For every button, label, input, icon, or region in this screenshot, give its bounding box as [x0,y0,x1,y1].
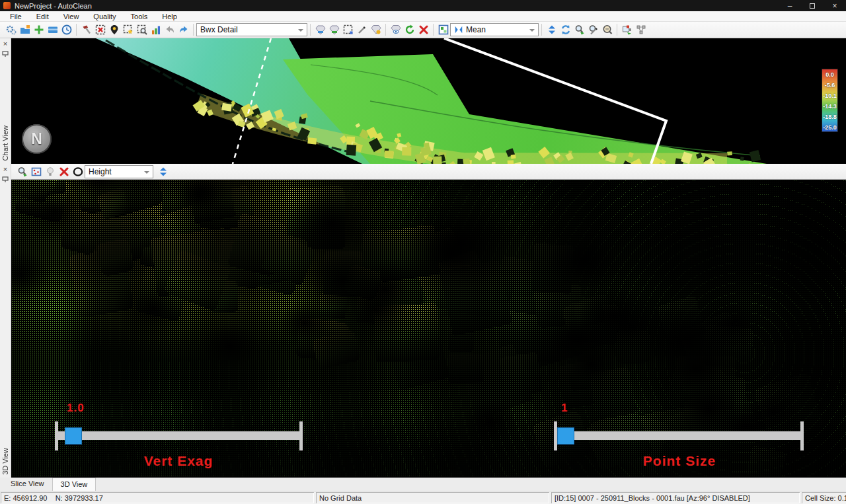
zoom-open-icon[interactable] [600,23,614,37]
lasso-icon[interactable] [71,164,85,178]
legend-label: 0.0 [822,69,837,80]
point-cloud-shadow [670,348,722,389]
point-cloud-shadow [463,400,519,444]
maximize-button[interactable] [801,0,824,11]
chevron-down-icon [144,171,149,174]
open-archive-icon[interactable] [46,23,59,37]
color-mode-combo[interactable]: Height [85,165,153,178]
delete-x-icon[interactable] [57,164,71,178]
point-cloud-shadow [677,384,741,435]
point-size-track[interactable] [557,431,802,440]
statistics-bars-icon[interactable] [149,23,163,37]
vert-exag-value: 1.0 [67,402,85,415]
folder-new-icon[interactable] [18,23,32,37]
point-cloud-shadow [57,180,128,189]
status-file-info: [ID:15] 0007 - 250911_Blocks - 0001.fau … [551,492,800,503]
menu-view[interactable]: View [56,11,87,22]
grid-toggle-icon[interactable] [436,23,450,37]
point-cloud-rock [447,354,484,384]
point-cloud-rock [95,237,135,277]
legend-label: -25.0 [822,122,837,133]
toolbar-separator [310,24,311,36]
status-grid: No Grid Data [316,492,549,503]
gem-settings-icon[interactable] [369,23,383,37]
north-compass[interactable]: N [22,124,52,154]
filter-gem-green-icon[interactable] [327,23,341,37]
point-cloud-shadow [747,390,800,433]
detail-level-value: Bwx Detail [200,25,238,34]
time-clock-icon[interactable] [59,23,73,37]
view3d-toolbar: Height [11,164,846,180]
pin-panel-icon[interactable] [2,174,9,186]
close-panel-icon[interactable]: × [3,40,7,48]
light-bulb-icon[interactable] [43,164,57,178]
select-polygon-icon[interactable] [341,23,355,37]
chevron-down-icon [529,29,535,32]
view3d-panel[interactable]: 1.0 Vert Exag 1 Point Size [0,180,846,478]
point-cloud-shadow [278,302,330,343]
zoom-edit-icon[interactable] [586,23,600,37]
undo-icon[interactable] [163,23,176,37]
point-size-handle[interactable] [557,427,574,445]
swap-views-icon[interactable] [545,23,558,37]
restore-undo-icon[interactable] [403,23,416,37]
vert-exag-label: Vert Exag [112,453,245,469]
vert-exag-track[interactable] [58,431,301,440]
menu-help[interactable]: Help [155,11,184,22]
point-cloud-shadow [579,287,650,344]
zoom-select-icon[interactable] [572,23,586,37]
gem-view-icon[interactable] [389,23,403,37]
menu-tools[interactable]: Tools [124,11,155,22]
add-files-icon[interactable] [32,23,46,37]
point-size-right-cap [800,421,804,450]
swap-views-icon[interactable] [156,164,170,178]
close-panel-icon[interactable]: × [3,165,7,174]
point-cloud-rock [500,352,543,398]
project-settings-icon[interactable] [4,23,18,37]
cleaning-hammer-icon[interactable] [79,23,93,37]
select-delete-icon[interactable] [93,23,107,37]
refresh-icon[interactable] [558,23,572,37]
menu-file[interactable]: File [3,11,29,22]
chart-view-panel[interactable]: N 0.0 -5.6 -10.1 -14.3 -18.8 -25.0 [0,38,846,164]
mean-x-icon [454,25,463,34]
color-mode-value: Height [89,167,112,176]
statistic-combo[interactable]: Mean [450,23,539,36]
tab-slice-view[interactable]: Slice View [3,478,52,491]
toolbar-separator [541,24,542,36]
view-tab-bar: Slice View 3D View [0,478,846,491]
position-marker-icon[interactable] [107,23,121,37]
depth-color-legend: 0.0 -5.6 -10.1 -14.3 -18.8 -25.0 [822,69,838,132]
redo-icon[interactable] [176,23,190,37]
minimize-button[interactable]: – [779,0,801,11]
toolbar-separator [385,24,386,36]
point-size-label: Point Size [613,453,746,469]
select-zoom-icon[interactable] [135,23,149,37]
view3d-strip: × 3D View [0,164,11,478]
delete-x-icon[interactable] [416,23,430,37]
tab-3d-view[interactable]: 3D View [52,478,96,491]
filter-gem-blue-icon[interactable] [313,23,327,37]
point-cloud-shadow [202,323,258,369]
pin-panel-icon[interactable] [2,48,9,60]
point-cloud-shadow [548,233,620,290]
chart-canvas[interactable] [0,38,846,164]
menu-edit[interactable]: Edit [29,11,56,22]
chevron-down-icon [298,29,303,32]
export-image-icon[interactable] [620,23,634,37]
select-add-icon[interactable] [121,23,135,37]
maximize-icon [810,3,815,9]
toolbar-separator [617,24,617,36]
view3d-strip-label: 3D View [1,448,9,475]
detail-level-combo[interactable]: Bwx Detail [196,23,307,36]
node-links-icon[interactable] [634,23,648,37]
vert-exag-handle[interactable] [65,427,82,445]
toolbar-separator [193,24,194,36]
vert-exag-right-cap [299,421,303,450]
edit-pen-icon[interactable] [355,23,369,37]
menu-quality[interactable]: Quality [86,11,123,22]
app-logo-icon [3,2,11,9]
close-button[interactable]: × [824,0,846,11]
point-frame-icon[interactable] [29,164,43,178]
zoom-select-icon[interactable] [15,164,29,178]
